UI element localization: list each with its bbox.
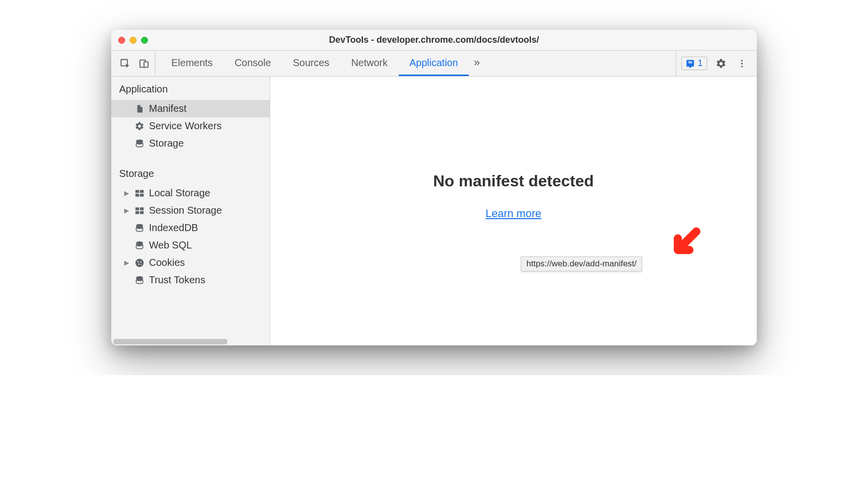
svg-rect-14: [140, 211, 144, 214]
link-tooltip: https://web.dev/add-manifest/: [521, 256, 642, 271]
issues-icon: [686, 59, 695, 68]
device-toolbar-icon[interactable]: [137, 57, 151, 71]
expand-caret-icon[interactable]: ▶: [124, 259, 130, 266]
tab-console[interactable]: Console: [223, 51, 282, 76]
database-icon: [134, 138, 145, 149]
learn-more-link[interactable]: Learn more: [486, 207, 542, 220]
annotation-arrow-icon: [667, 226, 702, 262]
svg-point-19: [140, 261, 142, 263]
settings-icon[interactable]: [714, 57, 728, 71]
sidebar-item-trust-tokens[interactable]: ▶ Trust Tokens: [111, 271, 270, 289]
window-controls: [118, 37, 148, 44]
sidebar-item-cookies[interactable]: ▶ Cookies: [111, 254, 270, 271]
svg-point-18: [137, 261, 139, 262]
svg-point-20: [138, 263, 140, 265]
expand-caret-icon[interactable]: ▶: [124, 207, 130, 214]
database-icon: [134, 275, 145, 286]
svg-rect-7: [136, 190, 140, 193]
sidebar-item-indexeddb[interactable]: ▶ IndexedDB: [111, 219, 270, 237]
gear-icon: [134, 121, 145, 132]
sidebar-item-label: Trust Tokens: [149, 274, 205, 286]
file-icon: [134, 103, 145, 114]
sidebar-item-local-storage[interactable]: ▶ Local Storage: [111, 184, 270, 202]
sidebar-item-label: Service Workers: [149, 120, 221, 132]
sidebar-item-label: Local Storage: [149, 187, 210, 199]
devtools-window: DevTools - developer.chrome.com/docs/dev…: [111, 30, 757, 345]
sidebar-item-storage[interactable]: ▶ Storage: [111, 135, 270, 152]
issues-count: 1: [698, 58, 703, 69]
svg-rect-10: [140, 193, 144, 196]
grid-icon: [134, 205, 145, 216]
svg-point-17: [136, 258, 144, 267]
svg-rect-13: [136, 211, 140, 214]
svg-rect-2: [144, 62, 148, 67]
database-icon: [134, 223, 145, 234]
svg-point-3: [741, 60, 742, 61]
tab-network[interactable]: Network: [340, 51, 398, 76]
sidebar-item-websql[interactable]: ▶ Web SQL: [111, 237, 270, 254]
svg-rect-9: [136, 193, 140, 196]
panel-tabs: Elements Console Sources Network Applica…: [160, 51, 673, 76]
sidebar-item-manifest[interactable]: ▶ Manifest: [111, 100, 270, 117]
tabs-overflow-button[interactable]: »: [469, 51, 485, 76]
sidebar-item-label: IndexedDB: [149, 222, 198, 234]
issues-button[interactable]: 1: [681, 57, 707, 70]
tab-sources[interactable]: Sources: [282, 51, 340, 76]
svg-point-5: [741, 66, 742, 67]
close-window-button[interactable]: [118, 37, 125, 44]
zoom-window-button[interactable]: [141, 37, 148, 44]
sidebar-item-label: Storage: [149, 138, 184, 149]
sidebar-section-application: Application: [111, 77, 270, 100]
application-main-pane: No manifest detected Learn more https://…: [270, 77, 757, 345]
panel-body: Application ▶ Manifest ▶ Service Workers…: [111, 77, 757, 345]
tab-elements[interactable]: Elements: [160, 51, 223, 76]
expand-caret-icon[interactable]: ▶: [124, 189, 130, 197]
minimize-window-button[interactable]: [130, 37, 137, 44]
sidebar-item-service-workers[interactable]: ▶ Service Workers: [111, 117, 270, 135]
more-options-icon[interactable]: [735, 57, 749, 71]
svg-rect-8: [140, 190, 144, 193]
svg-rect-11: [136, 207, 140, 210]
svg-point-4: [741, 63, 742, 64]
sidebar-horizontal-scrollbar[interactable]: [111, 337, 270, 345]
grid-icon: [134, 188, 145, 199]
tabbar-tools: [114, 51, 155, 76]
tabbar-actions: 1: [676, 51, 754, 76]
inspect-element-icon[interactable]: [118, 57, 132, 71]
no-manifest-heading: No manifest detected: [433, 172, 594, 190]
application-sidebar[interactable]: Application ▶ Manifest ▶ Service Workers…: [111, 77, 270, 345]
sidebar-item-label: Cookies: [149, 257, 185, 268]
window-title: DevTools - developer.chrome.com/docs/dev…: [111, 35, 757, 45]
svg-point-21: [141, 264, 142, 265]
sidebar-section-storage: Storage: [111, 161, 270, 184]
database-icon: [134, 240, 145, 251]
sidebar-item-label: Web SQL: [149, 240, 192, 251]
devtools-tabbar: Elements Console Sources Network Applica…: [111, 51, 757, 77]
sidebar-item-label: Session Storage: [149, 205, 222, 216]
svg-rect-12: [140, 207, 144, 210]
sidebar-item-label: Manifest: [149, 103, 187, 114]
sidebar-item-session-storage[interactable]: ▶ Session Storage: [111, 202, 270, 219]
titlebar: DevTools - developer.chrome.com/docs/dev…: [111, 30, 757, 51]
cookie-icon: [134, 257, 145, 268]
tab-application[interactable]: Application: [399, 51, 469, 76]
scrollbar-thumb[interactable]: [113, 339, 227, 344]
